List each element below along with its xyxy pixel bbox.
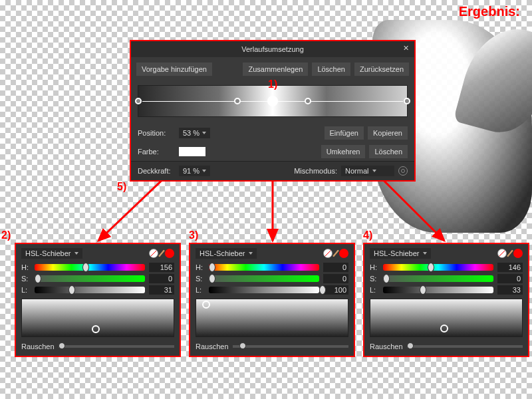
h-slider[interactable] xyxy=(383,264,493,271)
gradient-stop[interactable] xyxy=(305,98,311,104)
eyedropper-icon[interactable] xyxy=(507,250,513,257)
none-icon[interactable] xyxy=(149,249,158,258)
hsl-mode-select[interactable]: HSL-Schieber xyxy=(196,248,257,259)
l-value[interactable]: 100 xyxy=(323,285,348,295)
chevron-down-icon[interactable] xyxy=(423,252,427,255)
blendmode-label: Mischmodus: xyxy=(294,167,337,175)
s-label: S: xyxy=(196,275,205,283)
h-slider[interactable] xyxy=(35,264,145,271)
chevron-down-icon[interactable] xyxy=(249,252,253,255)
noise-label: Rauschen xyxy=(21,342,55,350)
close-icon[interactable]: ✕ xyxy=(401,44,410,53)
chevron-down-icon[interactable] xyxy=(202,170,206,172)
color-swatch[interactable] xyxy=(179,147,205,156)
noise-slider[interactable] xyxy=(233,345,348,348)
l-label: L: xyxy=(196,286,205,294)
l-value[interactable]: 31 xyxy=(149,285,174,295)
s-label: S: xyxy=(370,275,379,283)
dialog-title: Verlaufsumsetzung xyxy=(241,45,304,53)
color-preview[interactable] xyxy=(196,299,348,337)
h-value[interactable]: 146 xyxy=(497,263,523,272)
s-slider[interactable] xyxy=(35,275,145,282)
hsl-panel: HSL-Schieber H: 156 S: 0 L: xyxy=(15,243,181,357)
h-label: H: xyxy=(370,263,379,271)
opacity-label: Deckkraft: xyxy=(138,167,175,175)
chevron-down-icon[interactable] xyxy=(202,132,206,134)
noise-label: Rauschen xyxy=(370,342,403,350)
chevron-down-icon[interactable] xyxy=(372,170,376,172)
chevron-down-icon[interactable] xyxy=(74,252,78,255)
color-preview[interactable] xyxy=(21,299,174,337)
h-value[interactable]: 0 xyxy=(323,263,348,272)
delete-stop-button[interactable]: Löschen xyxy=(369,145,408,158)
color-preview[interactable] xyxy=(370,299,523,337)
h-label: H: xyxy=(196,263,205,271)
dialog-toolbar: Vorgabe hinzufügen Zusammenlegen Löschen… xyxy=(131,57,414,81)
s-slider[interactable] xyxy=(383,275,493,282)
h-label: H: xyxy=(21,263,31,271)
eyedropper-icon[interactable] xyxy=(158,250,164,257)
preview-picker-icon[interactable] xyxy=(202,301,210,309)
gradient-stop[interactable] xyxy=(135,98,142,104)
h-value[interactable]: 156 xyxy=(149,263,174,272)
opacity-value[interactable]: 91 % xyxy=(179,166,210,176)
l-slider[interactable] xyxy=(35,287,145,293)
hsl-panel: HSL-Schieber H: 0 S: 0 L: xyxy=(189,243,355,357)
gradient-stop[interactable] xyxy=(234,98,241,104)
reverse-button[interactable]: Umkehren xyxy=(321,145,366,158)
annotation-4: 4) xyxy=(363,229,372,241)
gradient-map-dialog: Verlaufsumsetzung ✕ Vorgabe hinzufügen Z… xyxy=(130,40,416,182)
s-value[interactable]: 0 xyxy=(149,274,174,283)
hsl-mode-select[interactable]: HSL-Schieber xyxy=(370,248,431,259)
none-icon[interactable] xyxy=(323,249,332,258)
color-dot-icon[interactable] xyxy=(513,249,523,258)
color-label: Farbe: xyxy=(138,148,175,156)
dialog-titlebar[interactable]: Verlaufsumsetzung ✕ xyxy=(131,41,414,57)
hsl-mode-select[interactable]: HSL-Schieber xyxy=(21,248,82,259)
s-value[interactable]: 0 xyxy=(323,274,348,283)
l-slider[interactable] xyxy=(383,287,493,293)
noise-label: Rauschen xyxy=(196,342,229,350)
annotation-1: 1) xyxy=(268,78,277,90)
h-slider[interactable] xyxy=(209,264,319,271)
color-dot-icon[interactable] xyxy=(339,249,348,258)
gradient-stop[interactable] xyxy=(404,98,410,104)
reset-button[interactable]: Zurücksetzen xyxy=(354,63,409,76)
noise-slider[interactable] xyxy=(59,345,174,348)
delete-button[interactable]: Löschen xyxy=(312,63,350,76)
result-label: Ergebnis: xyxy=(459,4,520,19)
annotation-5: 5) xyxy=(117,181,126,193)
preview-picker-icon[interactable] xyxy=(440,325,448,332)
color-dot-icon[interactable] xyxy=(165,249,174,258)
gradient-stop[interactable] xyxy=(267,96,278,106)
add-preset-button[interactable]: Vorgabe hinzufügen xyxy=(136,63,212,76)
position-value[interactable]: 53 % xyxy=(179,128,210,138)
l-label: L: xyxy=(370,286,379,294)
insert-button[interactable]: Einfügen xyxy=(325,126,364,140)
noise-slider[interactable] xyxy=(407,345,523,348)
eyedropper-icon[interactable] xyxy=(332,250,338,257)
l-value[interactable]: 33 xyxy=(497,285,523,295)
s-slider[interactable] xyxy=(209,275,319,282)
preview-picker-icon[interactable] xyxy=(92,325,100,333)
blendmode-select[interactable]: Normal xyxy=(341,166,394,176)
l-slider[interactable] xyxy=(209,287,319,293)
none-icon[interactable] xyxy=(497,249,507,258)
annotation-2: 2) xyxy=(1,229,11,241)
hsl-panel: HSL-Schieber H: 146 S: 0 L: xyxy=(363,243,529,357)
copy-button[interactable]: Kopieren xyxy=(368,126,408,140)
l-label: L: xyxy=(21,286,31,294)
merge-button[interactable]: Zusammenlegen xyxy=(243,63,308,76)
gear-icon[interactable] xyxy=(398,166,408,176)
position-label: Position: xyxy=(138,129,175,137)
annotation-3: 3) xyxy=(189,229,198,241)
s-value[interactable]: 0 xyxy=(497,274,523,283)
s-label: S: xyxy=(21,275,31,283)
